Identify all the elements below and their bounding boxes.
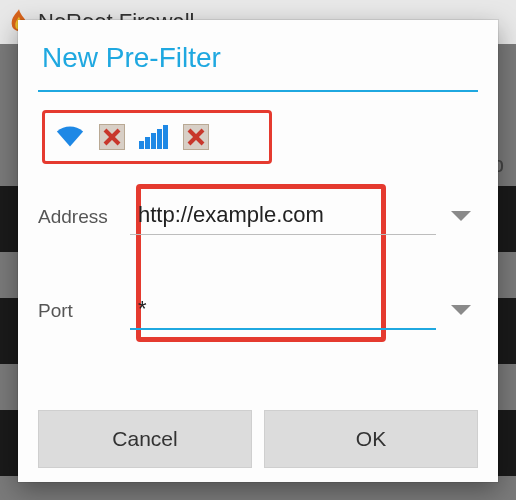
dialog-title: New Pre-Filter [18, 20, 498, 90]
dialog-button-row: Cancel OK [38, 410, 478, 468]
port-label: Port [38, 300, 130, 322]
svg-rect-5 [157, 129, 162, 149]
port-dropdown[interactable] [444, 303, 478, 319]
ok-button[interactable]: OK [264, 410, 478, 468]
wifi-block-toggle[interactable] [99, 124, 125, 150]
svg-rect-3 [145, 137, 150, 149]
address-label: Address [38, 206, 130, 228]
port-input[interactable] [130, 292, 436, 330]
cancel-button[interactable]: Cancel [38, 410, 252, 468]
svg-rect-4 [151, 133, 156, 149]
connection-toggle-row [42, 110, 272, 164]
address-row: Address [38, 198, 478, 235]
new-prefilter-dialog: New Pre-Filter [18, 20, 498, 482]
cellular-block-toggle[interactable] [183, 124, 209, 150]
address-input[interactable] [130, 198, 436, 235]
wifi-icon[interactable] [55, 122, 85, 152]
form-area: Address Port [38, 192, 478, 362]
svg-rect-6 [163, 125, 168, 149]
cellular-bars-icon[interactable] [139, 122, 169, 152]
dialog-divider [38, 90, 478, 92]
svg-rect-2 [139, 141, 144, 149]
port-row: Port [38, 292, 478, 330]
address-dropdown[interactable] [444, 209, 478, 225]
